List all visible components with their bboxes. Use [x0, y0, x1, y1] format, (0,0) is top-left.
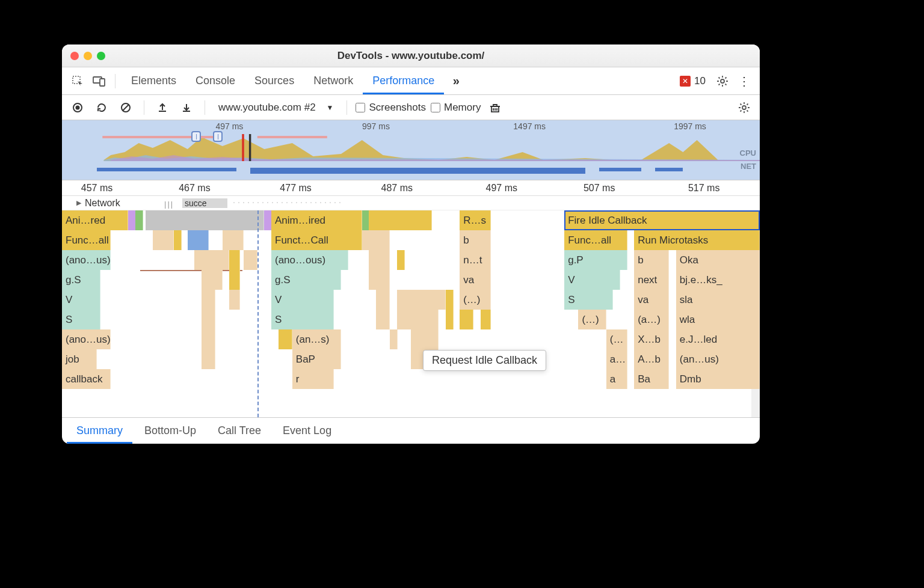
flame-block[interactable]: g.S: [271, 270, 341, 290]
flame-block[interactable]: (ano…us): [62, 329, 111, 349]
flame-block[interactable]: job: [62, 349, 97, 369]
flame-block[interactable]: [446, 290, 454, 310]
capture-settings-icon[interactable]: [735, 98, 754, 117]
inspect-icon[interactable]: [68, 72, 87, 91]
flame-chart[interactable]: Request Idle Callback Ani…redAnim…iredR……: [62, 210, 760, 417]
flame-block[interactable]: [362, 230, 390, 250]
flame-block[interactable]: Run Microtasks: [634, 230, 760, 250]
flame-block[interactable]: X…b: [634, 329, 669, 349]
flame-block[interactable]: e.J…led: [676, 329, 760, 349]
flame-block[interactable]: [188, 230, 209, 250]
flame-block[interactable]: b: [460, 230, 491, 250]
flame-block[interactable]: a…: [606, 349, 627, 369]
flame-block[interactable]: (…: [606, 329, 627, 349]
flame-block[interactable]: [460, 310, 473, 329]
flame-block[interactable]: bj.e…ks_: [676, 270, 760, 290]
flame-block[interactable]: [146, 210, 264, 230]
flame-block[interactable]: Func…all: [564, 230, 627, 250]
flame-block[interactable]: [411, 329, 439, 349]
flame-block[interactable]: (a…): [634, 310, 669, 329]
flame-block[interactable]: callback: [62, 369, 111, 389]
flame-block[interactable]: A…b: [634, 349, 669, 369]
time-ruler[interactable]: 457 ms467 ms477 ms487 ms497 ms507 ms517 …: [62, 180, 760, 196]
flame-block[interactable]: [229, 270, 239, 290]
flame-block[interactable]: [397, 250, 405, 270]
flame-block[interactable]: (…): [578, 310, 606, 329]
memory-checkbox[interactable]: Memory: [431, 102, 481, 114]
flame-block[interactable]: va: [460, 270, 491, 290]
tab-elements[interactable]: Elements: [122, 69, 186, 94]
flame-block[interactable]: S: [62, 310, 100, 329]
flame-block[interactable]: [390, 329, 398, 349]
flame-block[interactable]: [202, 270, 223, 290]
flame-block[interactable]: Func…all: [62, 230, 111, 250]
network-request[interactable]: succe: [182, 198, 227, 208]
flame-block[interactable]: R…s: [460, 210, 491, 230]
flame-block[interactable]: a: [606, 369, 627, 389]
flame-block[interactable]: [397, 310, 439, 329]
flame-block[interactable]: V: [62, 290, 100, 310]
flame-block[interactable]: (an…us): [676, 349, 760, 369]
detail-tab-event-log[interactable]: Event Log: [273, 418, 341, 443]
tab-console[interactable]: Console: [186, 69, 245, 94]
clear-button[interactable]: [116, 98, 135, 117]
tab-network[interactable]: Network: [304, 69, 363, 94]
collect-garbage-button[interactable]: [485, 98, 505, 117]
reload-record-button[interactable]: [92, 98, 111, 117]
flame-block[interactable]: [194, 250, 229, 270]
flame-block[interactable]: [279, 329, 292, 349]
flame-block[interactable]: [244, 250, 257, 270]
flame-block[interactable]: (an…s): [292, 329, 341, 349]
flame-block[interactable]: Dmb: [676, 369, 760, 389]
flame-block[interactable]: [202, 310, 215, 329]
flame-block[interactable]: r: [292, 369, 334, 389]
download-profile-button[interactable]: [177, 98, 196, 117]
fullscreen-window-button[interactable]: [97, 52, 105, 60]
flame-block[interactable]: [153, 230, 174, 250]
device-toggle-icon[interactable]: [90, 72, 109, 91]
flame-block[interactable]: Ani…red: [62, 210, 128, 230]
settings-icon[interactable]: [713, 72, 732, 91]
kebab-menu-icon[interactable]: ⋮: [735, 72, 754, 91]
flame-block[interactable]: g.P: [564, 250, 627, 270]
flame-block[interactable]: (ano…us): [62, 250, 111, 270]
flame-block[interactable]: (…): [460, 290, 491, 310]
flame-block[interactable]: n…t: [460, 250, 491, 270]
flame-block[interactable]: [135, 210, 143, 230]
network-track[interactable]: ▶ Network succe |||: [62, 196, 760, 210]
flame-block[interactable]: wla: [676, 310, 760, 329]
flame-block[interactable]: [202, 349, 215, 369]
more-tabs-button[interactable]: »: [446, 72, 466, 91]
detail-tab-call-tree[interactable]: Call Tree: [208, 418, 271, 443]
flame-block[interactable]: S: [564, 290, 613, 310]
flame-block[interactable]: sla: [676, 290, 760, 310]
record-button[interactable]: [68, 98, 87, 117]
flame-block[interactable]: Funct…Call: [271, 230, 362, 250]
flame-block[interactable]: [229, 290, 239, 310]
overview-panel[interactable]: 497 ms997 ms1497 ms1997 ms249 CPU NET ||…: [62, 120, 760, 180]
flame-block[interactable]: Oka: [676, 250, 760, 270]
flame-block[interactable]: va: [634, 290, 669, 310]
flame-block[interactable]: V: [564, 270, 620, 290]
detail-tab-summary[interactable]: Summary: [67, 418, 132, 444]
flame-block[interactable]: S: [271, 310, 334, 329]
flame-block[interactable]: Ba: [634, 369, 669, 389]
flame-block[interactable]: [376, 290, 390, 310]
close-window-button[interactable]: [70, 52, 79, 60]
flame-block[interactable]: [481, 310, 491, 329]
flame-block[interactable]: [397, 290, 446, 310]
screenshots-checkbox[interactable]: Screenshots: [356, 102, 426, 114]
flame-block[interactable]: next: [634, 270, 669, 290]
flame-block[interactable]: [223, 230, 244, 250]
flame-block[interactable]: [202, 290, 215, 310]
tab-performance[interactable]: Performance: [363, 69, 444, 94]
minimize-window-button[interactable]: [84, 52, 92, 60]
flame-block[interactable]: [446, 310, 454, 329]
detail-tab-bottom-up[interactable]: Bottom-Up: [135, 418, 206, 443]
flame-block[interactable]: b: [634, 250, 669, 270]
error-count-badge[interactable]: ✕ 10: [675, 74, 710, 88]
flame-block[interactable]: (ano…ous): [271, 250, 348, 270]
flame-block[interactable]: [174, 230, 182, 250]
range-handle-left[interactable]: ||: [191, 131, 201, 142]
flame-block[interactable]: [369, 250, 390, 270]
